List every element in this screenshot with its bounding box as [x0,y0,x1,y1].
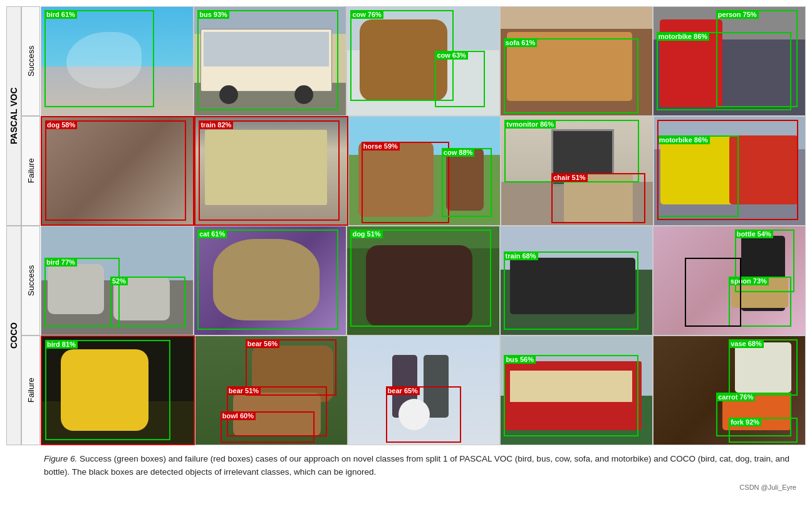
coco-success-row: bird 77% 52% cat 61% dog 51% [41,226,806,335]
carrot-label-coco-f5: carrot 76% [716,393,755,401]
cow1-label-voc-s3: cow 76% [350,10,383,19]
chair-label-voc-f4: chair 51% [551,173,587,182]
sofa-label-voc-s4: sofa 61% [504,38,538,47]
motorbike-box-voc-s5 [657,32,791,110]
voc-failure-cell-3: horse 59% cow 88% [348,116,501,226]
voc-success-cell-4: sofa 61% [500,6,653,116]
bus-label-coco-f4: bus 56% [504,355,536,364]
voc-failure-cell-2: train 82% [194,116,348,226]
voc-failure-cell-4: tvmonitor 86% chair 51% [501,116,653,226]
coco-dataset-label: COCO [6,226,21,445]
caption-label: Figure 6. [44,454,77,463]
coco-success-label: Success [21,226,40,335]
bear1-label-coco-f2: bear 56% [246,339,279,348]
images-section: bird 61% bus 93% cow 76% [41,6,806,445]
dog-box-voc-f1 [45,120,186,221]
cow2-label-voc-s3: cow 63% [435,51,467,60]
cow-box-voc-f3 [442,148,492,217]
tvmonitor-label-voc-f4: tvmonitor 86% [504,120,556,129]
watermark: CSDN @Juli_Eyre [6,483,806,491]
bus-label-voc-s2: bus 93% [197,10,229,19]
train-box-voc-f2 [199,120,340,221]
coco-failure-cell-1: bird 81% [41,335,195,445]
failure-box-voc-f5 [657,120,798,220]
coco-success-cell-3: dog 51% [346,226,499,335]
horse-label-voc-f3: horse 59% [362,142,400,151]
train-label-coco-s4: train 68% [504,251,538,260]
coco-success-cell-2: cat 61% [194,226,346,335]
motorbike-label-voc-s5: motorbike 86% [657,32,709,41]
bird-box-voc-s1 [44,10,154,107]
voc-success-label: Success [21,6,40,116]
voc-failure-row: dog 58% train 82% horse 59% cow 88% [41,116,806,226]
voc-failure-cell-5: motorbike 86% [653,116,806,226]
coco-type-col: Success Failure [21,226,40,445]
dog-label-coco-s3: dog 51% [350,230,382,238]
black-box-coco-s5 [685,258,741,327]
voc-label-block: PASCAL VOC Success Failure [6,6,41,226]
voc-success-row: bird 61% bus 93% cow 76% [41,6,806,116]
voc-success-cell-1: bird 61% [41,6,194,116]
coco-success-cell-1: bird 77% 52% [41,226,194,335]
voc-success-cell-3: cow 76% cow 63% [346,6,499,116]
bus-box-coco-f4 [504,355,638,436]
fork-label-coco-f5: fork 92% [729,418,761,426]
coco-failure-row: bird 81% bear 56% bear 51% bowl 60% [41,335,806,445]
coco-failure-cell-4: bus 56% [500,335,653,445]
coco-success-cell-5: bottle 54% spoon 73% [653,226,806,335]
bird1-box-coco-s1 [44,258,120,327]
bird2-label-coco-s1: 52% [110,277,128,285]
sofa-box-voc-s4 [504,38,638,114]
bear-label-coco-f3: bear 65% [386,386,420,395]
voc-dataset-label: PASCAL VOC [6,6,21,226]
vase-label-coco-f5: vase 68% [729,339,764,348]
dog-label-voc-f1: dog 58% [45,120,77,129]
coco-failure-cell-5: vase 68% carrot 76% fork 92% [653,335,806,445]
caption-body: Success (green boxes) and failure (red b… [44,454,789,477]
dog-box-coco-s3 [350,230,491,327]
train-label-voc-f2: train 82% [199,120,233,129]
train-box-coco-s4 [504,251,638,330]
bird-box-coco-f1 [45,340,170,440]
horse-box-voc-f3 [362,142,449,223]
bird-label-coco-f1: bird 81% [45,340,78,349]
coco-failure-label: Failure [21,335,40,445]
coco-label-block: COCO Success Failure [6,226,41,445]
coco-failure-cell-3: bear 65% [348,335,501,445]
bottle-label-coco-s5: bottle 54% [735,230,773,238]
bowl-label-coco-f2: bowl 60% [221,411,256,420]
coco-failure-cell-2: bear 56% bear 51% bowl 60% [195,335,348,445]
voc-success-cell-2: bus 93% [194,6,346,116]
voc-failure-cell-1: dog 58% [41,116,194,226]
main-container: PASCAL VOC Success Failure COCO [6,6,806,491]
coco-success-cell-4: train 68% [500,226,653,335]
voc-failure-label: Failure [21,116,40,226]
bird-label-voc-s1: bird 61% [44,10,77,19]
person-label-voc-s5: person 75% [716,10,759,19]
cat-box-coco-s2 [197,230,338,330]
voc-success-cell-5: person 75% motorbike 86% [653,6,806,116]
bird1-label-coco-s1: bird 77% [44,258,77,267]
bear2-label-coco-f2: bear 51% [227,386,261,395]
left-labels: PASCAL VOC Success Failure COCO [6,6,41,445]
cow-label-voc-f3: cow 88% [442,148,474,157]
voc-type-col: Success Failure [21,6,40,226]
figure-grid: PASCAL VOC Success Failure COCO [6,6,806,445]
bus-box-voc-s2 [197,10,338,110]
figure-caption: Figure 6. Success (green boxes) and fail… [6,445,796,482]
cat-label-coco-s2: cat 61% [197,230,227,238]
